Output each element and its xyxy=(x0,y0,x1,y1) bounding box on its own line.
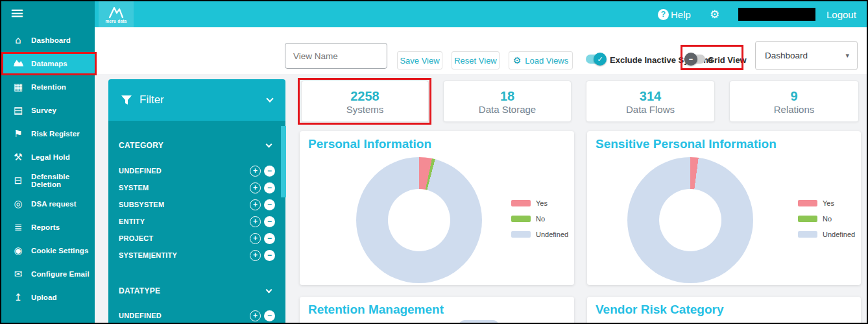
help-label: Help xyxy=(671,9,691,20)
exclude-minus-button[interactable]: − xyxy=(264,216,275,227)
vendor-risk-category-chart-card: Vendor Risk Category xyxy=(587,297,861,324)
data-storage-stat-card: 18 Data Storage xyxy=(443,81,572,122)
sidebar-item-dsa-request[interactable]: ◎ DSA request xyxy=(1,193,95,215)
include-plus-button[interactable]: + xyxy=(250,216,261,227)
sidebar-item-retention[interactable]: ▦ Retention xyxy=(1,76,95,98)
document-icon: ▤ xyxy=(10,105,26,116)
legend-item-yes[interactable]: Yes xyxy=(511,200,568,206)
sidebar-item-label: Survey xyxy=(31,106,56,114)
legend-item-no[interactable]: No xyxy=(511,216,568,222)
stat-value: 9 xyxy=(790,88,797,104)
legend-label: Yes xyxy=(823,199,834,207)
filter-item-label: UNDEFINED xyxy=(119,312,250,319)
filter-item-label: SYSTEM|ENTITY xyxy=(119,251,250,259)
sidebar-item-reports[interactable]: ≣ Reports xyxy=(1,216,95,238)
exclude-minus-button[interactable]: − xyxy=(264,233,275,244)
stat-label: Data Storage xyxy=(479,104,536,115)
legend-swatch xyxy=(511,216,531,222)
sidebar-item-risk-register[interactable]: ⚑ Risk Register xyxy=(1,123,95,145)
grid-view-toggle[interactable]: − xyxy=(686,55,705,64)
include-plus-button[interactable]: + xyxy=(250,310,261,321)
legend-swatch xyxy=(798,200,817,206)
sidebar-item-legal-hold[interactable]: ⚒ Legal Hold xyxy=(1,146,95,168)
exclude-minus-button[interactable]: − xyxy=(264,182,275,193)
include-plus-button[interactable]: + xyxy=(250,182,261,193)
chart-legend: Yes No Undefined xyxy=(511,200,568,247)
save-view-button[interactable]: Save View xyxy=(397,51,442,69)
filter-row-system-entity: SYSTEM|ENTITY + − xyxy=(119,247,275,263)
sidebar-item-label: Legal Hold xyxy=(31,153,70,161)
exclude-minus-button[interactable]: − xyxy=(264,199,275,210)
exclude-minus-button[interactable]: − xyxy=(264,310,275,321)
filter-section-title: CATEGORY xyxy=(119,141,267,150)
legend-item-no[interactable]: No xyxy=(798,216,855,222)
dashboard-select-value: Dashboard xyxy=(765,51,845,60)
view-name-input[interactable] xyxy=(285,43,387,69)
sidebar-item-dashboard[interactable]: ⌂ Dashboard xyxy=(1,29,95,51)
data-flows-stat-card: 314 Data Flows xyxy=(586,81,715,122)
include-plus-button[interactable]: + xyxy=(250,250,261,261)
minus-icon: − xyxy=(684,53,697,66)
filter-row-subsystem: SUBSYSTEM + − xyxy=(119,197,275,212)
filter-row-undefined: UNDEFINED + − xyxy=(119,163,275,179)
sidebar-item-label: Datamaps xyxy=(31,60,67,68)
filter-item-label: SUBSYSTEM xyxy=(119,201,250,208)
exclude-minus-button[interactable]: − xyxy=(264,166,275,177)
gavel-icon: ⚒ xyxy=(10,151,26,163)
filter-section-datatype[interactable]: DATATYPE xyxy=(119,284,271,297)
save-view-label: Save View xyxy=(400,56,439,66)
stat-label: Systems xyxy=(346,104,384,115)
filter-header[interactable]: Filter xyxy=(108,79,285,121)
filter-row-project: PROJECT + − xyxy=(119,231,275,246)
funnel-icon xyxy=(121,95,132,105)
dashboard-select[interactable]: Dashboard ▾ xyxy=(755,41,858,70)
stat-value: 18 xyxy=(500,88,514,104)
sidebar-item-cookie-settings[interactable]: ◉ Cookie Settings xyxy=(1,240,95,262)
legend-item-undefined[interactable]: Undefined xyxy=(511,231,568,238)
donut-chart xyxy=(627,157,753,283)
include-plus-button[interactable]: + xyxy=(250,233,261,244)
exclude-inactive-toggle[interactable]: ✓ xyxy=(586,55,605,64)
legend-label: Yes xyxy=(536,199,548,207)
upload-icon: ↥ xyxy=(10,292,26,303)
chart-title: Personal Information xyxy=(308,137,431,151)
legend-label: Undefined xyxy=(823,231,855,238)
sidebar-item-survey[interactable]: ▤ Survey xyxy=(1,99,95,121)
sidebar-item-upload[interactable]: ↥ Upload xyxy=(1,286,95,308)
exclude-minus-button[interactable]: − xyxy=(264,250,275,261)
hamburger-menu-icon[interactable]: ≡ xyxy=(10,3,25,23)
chart-title: Retention Management xyxy=(308,303,444,317)
legend-item-yes[interactable]: Yes xyxy=(798,200,855,206)
chart-legend: Yes No Undefined xyxy=(798,200,855,247)
legend-swatch xyxy=(511,231,531,238)
help-button[interactable]: ? Help xyxy=(658,1,691,27)
settings-button[interactable]: ⚙ xyxy=(710,1,719,27)
include-plus-button[interactable]: + xyxy=(250,166,261,177)
logout-button[interactable]: Logout xyxy=(826,1,856,27)
sensitive-personal-information-chart-card: Sensitive Personal Information Yes No Un… xyxy=(587,131,861,285)
brand-logo: meru data xyxy=(99,1,134,27)
filter-row-undefined-datatype: UNDEFINED + − xyxy=(119,308,275,323)
logout-label: Logout xyxy=(826,9,856,20)
include-plus-button[interactable]: + xyxy=(250,199,261,210)
filter-scrollbar-thumb[interactable] xyxy=(281,126,286,197)
sidebar-item-datamaps[interactable]: Datamaps xyxy=(1,53,95,75)
check-icon: ✓ xyxy=(594,53,607,66)
stat-label: Data Flows xyxy=(626,104,675,115)
sidebar-item-label: Risk Register xyxy=(31,130,80,138)
filter-section-category[interactable]: CATEGORY xyxy=(119,139,271,152)
cookie-icon: ◉ xyxy=(10,245,26,256)
filter-item-label: SYSTEM xyxy=(119,184,250,192)
stat-label: Relations xyxy=(774,104,815,115)
sidebar-item-configure-email[interactable]: ✉ Configure Email xyxy=(1,263,95,285)
filter-title: Filter xyxy=(139,93,267,106)
sidebar-item-label: Retention xyxy=(31,83,66,91)
sidebar-item-defensible-deletion[interactable]: ⊟ Defensible Deletion xyxy=(1,169,95,192)
load-views-button[interactable]: ⚙ Load Views xyxy=(509,51,573,69)
legend-item-undefined[interactable]: Undefined xyxy=(798,231,855,238)
filter-row-entity: ENTITY + − xyxy=(119,214,275,229)
filter-row-system: SYSTEM + − xyxy=(119,180,275,195)
drive-icon: ⊟ xyxy=(10,175,26,186)
reset-view-button[interactable]: Reset View xyxy=(452,51,500,69)
sidebar-item-label: Upload xyxy=(31,293,57,301)
